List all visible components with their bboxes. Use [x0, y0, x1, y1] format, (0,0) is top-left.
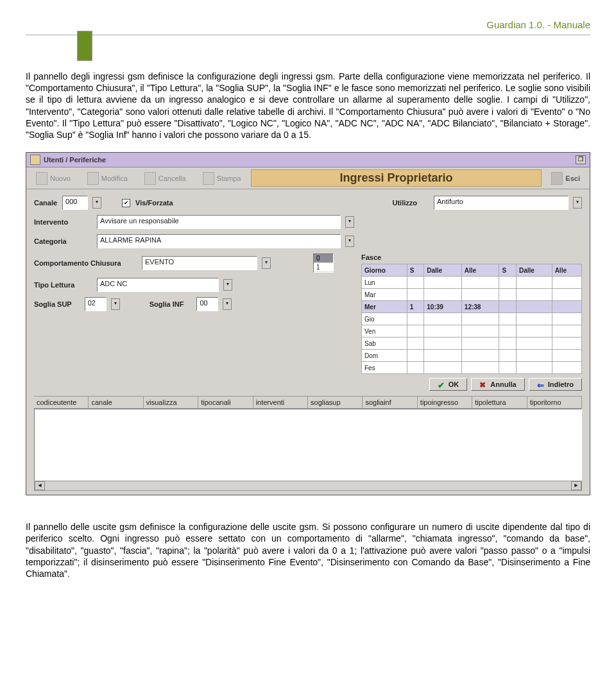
tipolettura-dropdown-icon[interactable]: ▾ [223, 279, 232, 291]
fasce-cell[interactable] [424, 313, 462, 325]
fasce-cell[interactable]: Lun [362, 277, 407, 289]
canale-field[interactable]: 000 [62, 196, 88, 210]
fasce-cell[interactable] [552, 313, 581, 325]
fasce-cell[interactable]: Sab [362, 338, 407, 350]
scroll-right-icon[interactable]: ► [571, 481, 581, 490]
window-titlebar[interactable]: Utenti / Periferiche ❐ [26, 153, 590, 167]
fasce-cell[interactable] [552, 301, 581, 313]
fasce-cell[interactable] [516, 338, 552, 350]
fasce-row[interactable]: Gio [362, 313, 582, 325]
intervento-field[interactable]: Avvisare un responsabile [97, 215, 341, 229]
comportamento-dropdown-icon[interactable]: ▾ [262, 257, 271, 269]
fasce-cell[interactable] [499, 289, 517, 301]
fasce-cell[interactable] [407, 289, 424, 301]
fasce-header[interactable]: Dalle [424, 264, 462, 277]
fasce-cell[interactable] [499, 277, 517, 289]
grid-column[interactable]: tipocanali [198, 397, 253, 408]
fasce-cell[interactable] [499, 362, 517, 374]
grid-column[interactable]: interventi [253, 397, 308, 408]
fasce-cell[interactable]: 12:38 [461, 301, 499, 313]
fasce-row[interactable]: Mar [362, 289, 582, 301]
fasce-header[interactable]: Giorno [362, 264, 407, 277]
canale-dropdown-icon[interactable]: ▾ [92, 197, 101, 209]
sogliasup-dropdown-icon[interactable]: ▾ [111, 298, 120, 310]
grid-column[interactable]: sogliasup [308, 397, 363, 408]
fasce-header[interactable]: Alle [552, 264, 581, 277]
grid-column[interactable]: canale [89, 397, 143, 408]
index-list[interactable]: 0 1 [313, 253, 334, 273]
grid-column[interactable]: codiceutente [34, 397, 89, 408]
annulla-button[interactable]: ✖Annulla [471, 378, 524, 391]
fasce-header[interactable]: S [407, 264, 424, 277]
fasce-cell[interactable] [461, 362, 499, 374]
fasce-cell[interactable] [407, 338, 424, 350]
fasce-cell[interactable] [552, 325, 581, 338]
fasce-cell[interactable] [407, 350, 424, 362]
categoria-dropdown-icon[interactable]: ▾ [345, 235, 354, 247]
fasce-cell[interactable] [461, 350, 499, 362]
vis-checkbox[interactable]: ✔ [122, 199, 130, 207]
stampa-button[interactable]: Stampa [196, 169, 248, 187]
fasce-row[interactable]: Sab [362, 338, 582, 350]
scroll-left-icon[interactable]: ◄ [35, 481, 45, 490]
fasce-cell[interactable] [424, 277, 462, 289]
fasce-cell[interactable]: 1 [407, 301, 424, 313]
fasce-cell[interactable] [552, 289, 581, 301]
fasce-header[interactable]: S [499, 264, 517, 277]
fasce-header[interactable]: Dalle [516, 264, 552, 277]
fasce-cell[interactable] [461, 325, 499, 338]
fasce-cell[interactable] [424, 289, 462, 301]
fasce-table[interactable]: GiornoSDalleAlleSDalleAlle LunMarMer110:… [361, 264, 582, 374]
fasce-cell[interactable] [407, 277, 424, 289]
cancella-button[interactable]: Cancella [137, 169, 193, 187]
grid-column[interactable]: visualizza [144, 397, 198, 408]
fasce-row[interactable]: Fes [362, 362, 582, 374]
fasce-cell[interactable] [424, 362, 462, 374]
fasce-cell[interactable] [424, 338, 462, 350]
utilizzo-dropdown-icon[interactable]: ▾ [573, 197, 582, 209]
fasce-cell[interactable] [461, 338, 499, 350]
fasce-row[interactable]: Ven [362, 325, 582, 338]
fasce-cell[interactable] [516, 325, 552, 338]
fasce-cell[interactable] [552, 362, 581, 374]
grid-column[interactable]: tipolettura [472, 397, 527, 408]
fasce-cell[interactable] [407, 313, 424, 325]
fasce-cell[interactable] [461, 277, 499, 289]
fasce-header[interactable]: Alle [461, 264, 499, 277]
fasce-cell[interactable]: Fes [362, 362, 407, 374]
fasce-cell[interactable] [499, 325, 517, 338]
fasce-cell[interactable] [516, 289, 552, 301]
sogliainf-field[interactable]: 00 [196, 297, 218, 311]
fasce-cell[interactable] [516, 277, 552, 289]
index-1[interactable]: 1 [314, 263, 333, 272]
fasce-cell[interactable] [516, 362, 552, 374]
indietro-button[interactable]: ⇐Indietro [529, 378, 582, 391]
fasce-row[interactable]: Mer110:3912:38 [362, 301, 582, 313]
intervento-dropdown-icon[interactable]: ▾ [345, 216, 354, 228]
fasce-cell[interactable] [499, 313, 517, 325]
fasce-cell[interactable]: Ven [362, 325, 407, 338]
grid-body[interactable] [34, 409, 582, 481]
fasce-cell[interactable] [516, 313, 552, 325]
fasce-cell[interactable] [516, 301, 552, 313]
sogliainf-dropdown-icon[interactable]: ▾ [223, 298, 232, 310]
fasce-cell[interactable] [461, 313, 499, 325]
fasce-cell[interactable] [407, 362, 424, 374]
maximize-icon[interactable]: ❐ [576, 155, 586, 164]
comportamento-field[interactable]: EVENTO [142, 256, 257, 270]
fasce-cell[interactable] [552, 350, 581, 362]
grid-column[interactable]: tiporitorno [527, 397, 582, 408]
fasce-cell[interactable]: Mar [362, 289, 407, 301]
grid-column[interactable]: sogliainf [363, 397, 417, 408]
fasce-cell[interactable]: Mer [362, 301, 407, 313]
fasce-cell[interactable]: Dom [362, 350, 407, 362]
fasce-cell[interactable] [552, 338, 581, 350]
categoria-field[interactable]: ALLARME RAPINA [97, 234, 341, 248]
fasce-cell[interactable] [516, 350, 552, 362]
fasce-cell[interactable] [499, 301, 517, 313]
fasce-cell[interactable] [424, 350, 462, 362]
grid-column-headers[interactable]: codiceutentecanalevisualizzatipocanaliin… [34, 396, 582, 409]
fasce-cell[interactable]: 10:39 [424, 301, 462, 313]
esci-button[interactable]: Esci [544, 169, 587, 187]
fasce-cell[interactable] [499, 350, 517, 362]
